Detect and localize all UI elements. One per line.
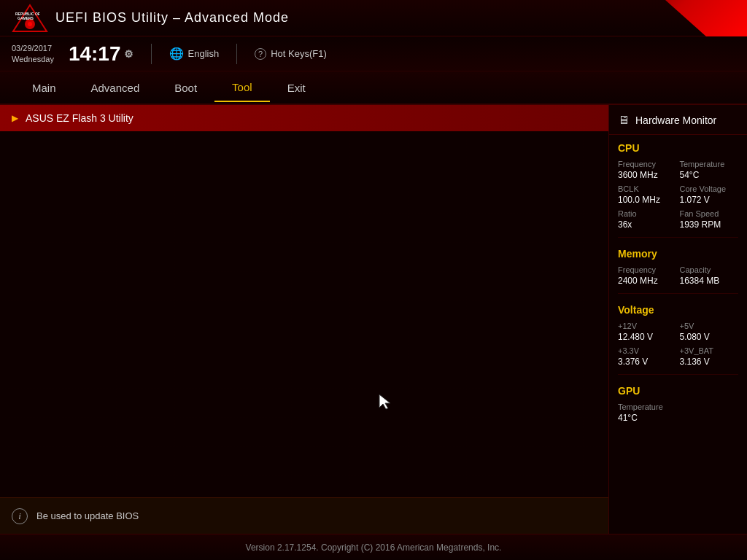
nav-exit[interactable]: Exit (270, 74, 323, 101)
cpu-temp-value: 54°C (680, 170, 739, 180)
navbar: Main Advanced Boot Tool Exit (0, 71, 747, 105)
cpu-temp-col: Temperature 54°C (680, 160, 739, 180)
clock-time: 14:17 (69, 42, 121, 66)
sep2 (618, 293, 738, 294)
cpu-freq-col: Frequency 3600 MHz (618, 160, 677, 180)
hardware-monitor-panel: 🖥 Hardware Monitor CPU Frequency 3600 MH… (608, 105, 747, 534)
mem-freq-label: Frequency (618, 265, 677, 274)
cpu-grid: Frequency 3600 MHz Temperature 54°C BCLK… (618, 160, 738, 230)
hw-monitor-header: 🖥 Hardware Monitor (609, 105, 747, 135)
left-panel: ▶ ASUS EZ Flash 3 Utility i Be used to u… (0, 105, 608, 534)
date-area: 03/29/2017 Wednesday (12, 43, 54, 64)
svg-point-2 (28, 22, 32, 26)
mem-freq-value: 2400 MHz (618, 276, 677, 286)
cpu-fanspeed-label: Fan Speed (680, 209, 739, 218)
mem-cap-col: Capacity 16384 MB (680, 265, 739, 286)
v33-value: 3.376 V (618, 357, 677, 367)
hotkeys-label: Hot Keys(F1) (271, 48, 327, 59)
app-title: UEFI BIOS Utility – Advanced Mode (55, 10, 289, 26)
cpu-bclk-value: 100.0 MHz (618, 195, 677, 205)
v33-label: +3.3V (618, 346, 677, 355)
v5-col: +5V 5.080 V (680, 322, 739, 342)
divider2 (236, 44, 237, 64)
cpu-corevolt-label: Core Voltage (680, 184, 739, 193)
gpu-temp-col: Temperature 41°C (618, 402, 677, 423)
day-display: Wednesday (12, 54, 54, 64)
gpu-section: GPU Temperature 41°C (609, 378, 747, 427)
question-icon: ? (255, 48, 266, 60)
svg-text:GAMERS: GAMERS (18, 16, 34, 20)
date-display: 03/29/2017 (12, 43, 54, 53)
nav-tool[interactable]: Tool (214, 74, 270, 102)
cpu-ratio-value: 36x (618, 219, 677, 230)
cpu-bclk-label: BCLK (618, 184, 677, 193)
v12-value: 12.480 V (618, 332, 677, 342)
sep3 (618, 374, 738, 375)
cpu-ratio-label: Ratio (618, 209, 677, 218)
v12-col: +12V 12.480 V (618, 322, 677, 342)
menu-item-label: ASUS EZ Flash 3 Utility (26, 112, 133, 124)
cpu-freq-label: Frequency (618, 160, 677, 168)
cpu-corevolt-value: 1.072 V (680, 195, 739, 205)
footer: Version 2.17.1254. Copyright (C) 2016 Am… (0, 534, 747, 560)
v5-value: 5.080 V (680, 332, 739, 342)
nav-advanced[interactable]: Advanced (74, 74, 158, 101)
hotkeys-area[interactable]: ? Hot Keys(F1) (255, 48, 327, 60)
cpu-temp-label: Temperature (680, 160, 739, 168)
info-bar: i Be used to update BIOS (0, 497, 608, 534)
svg-marker-5 (379, 394, 390, 409)
info-icon: i (12, 508, 28, 524)
language-label: English (188, 48, 220, 59)
cpu-fanspeed-value: 1939 RPM (680, 219, 739, 230)
logo-area: REPUBLIC OF GAMERS UEFI BIOS Utility – A… (12, 4, 289, 33)
v12-label: +12V (618, 322, 677, 330)
cpu-freq-value: 3600 MHz (618, 170, 677, 180)
voltage-section: Voltage +12V 12.480 V +5V 5.080 V +3.3V … (609, 297, 747, 371)
cpu-section: CPU Frequency 3600 MHz Temperature 54°C … (609, 135, 747, 234)
nav-boot[interactable]: Boot (157, 74, 214, 101)
menu-item-ez-flash[interactable]: ▶ ASUS EZ Flash 3 Utility (0, 105, 608, 131)
arrow-icon: ▶ (12, 113, 18, 123)
v3bat-label: +3V_BAT (680, 346, 739, 355)
gpu-grid: Temperature 41°C (618, 402, 738, 423)
memory-grid: Frequency 2400 MHz Capacity 16384 MB (618, 265, 738, 286)
mem-cap-label: Capacity (680, 265, 739, 274)
memory-section: Memory Frequency 2400 MHz Capacity 16384… (609, 241, 747, 290)
mem-freq-col: Frequency 2400 MHz (618, 265, 677, 286)
rog-logo: REPUBLIC OF GAMERS (12, 4, 48, 33)
monitor-icon: 🖥 (618, 114, 630, 127)
main-content: ▶ ASUS EZ Flash 3 Utility i Be used to u… (0, 105, 747, 534)
cpu-ratio-col: Ratio 36x (618, 209, 677, 230)
mem-cap-value: 16384 MB (680, 276, 739, 286)
memory-section-title: Memory (618, 248, 738, 260)
cpu-corevolt-col: Core Voltage 1.072 V (680, 184, 739, 205)
voltage-section-title: Voltage (618, 304, 738, 316)
v3bat-value: 3.136 V (680, 357, 739, 367)
sep1 (618, 237, 738, 238)
header-bar: REPUBLIC OF GAMERS UEFI BIOS Utility – A… (0, 0, 747, 36)
gpu-section-title: GPU (618, 385, 738, 397)
gpu-temp-label: Temperature (618, 402, 677, 411)
hw-monitor-title: Hardware Monitor (635, 114, 716, 126)
settings-icon[interactable]: ⚙ (124, 48, 133, 60)
divider (151, 44, 152, 64)
v3bat-col: +3V_BAT 3.136 V (680, 346, 739, 367)
voltage-grid: +12V 12.480 V +5V 5.080 V +3.3V 3.376 V … (618, 322, 738, 367)
footer-text: Version 2.17.1254. Copyright (C) 2016 Am… (246, 542, 502, 553)
gpu-temp-value: 41°C (618, 413, 677, 423)
timebar: 03/29/2017 Wednesday 14:17 ⚙ 🌐 English ?… (0, 36, 747, 71)
cpu-fanspeed-col: Fan Speed 1939 RPM (680, 209, 739, 230)
time-display: 14:17 ⚙ (69, 42, 133, 66)
info-text: Be used to update BIOS (36, 510, 139, 521)
cpu-bclk-col: BCLK 100.0 MHz (618, 184, 677, 205)
cpu-section-title: CPU (618, 142, 738, 154)
v33-col: +3.3V 3.376 V (618, 346, 677, 367)
nav-main[interactable]: Main (15, 74, 74, 101)
v5-label: +5V (680, 322, 739, 330)
language-area[interactable]: 🌐 English (169, 47, 220, 61)
globe-icon: 🌐 (169, 47, 184, 61)
